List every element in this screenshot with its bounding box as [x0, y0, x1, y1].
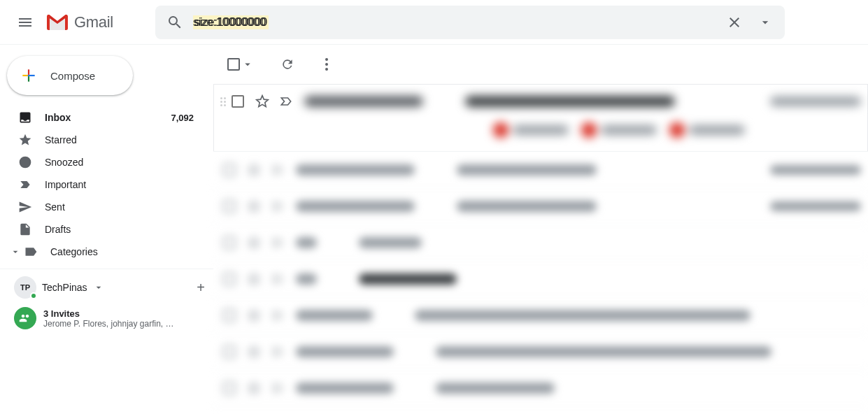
nav-label: Sent	[45, 201, 194, 213]
clear-search-button[interactable]	[720, 8, 748, 36]
nav-label: Inbox	[45, 112, 171, 123]
star-icon	[18, 133, 32, 147]
gmail-logo[interactable]: Gmail	[45, 13, 113, 32]
mail-row[interactable]	[213, 261, 868, 297]
compose-label: Compose	[50, 70, 95, 82]
search-button[interactable]	[161, 8, 189, 36]
more-actions-button[interactable]	[313, 50, 341, 78]
invite-subtitle: Jerome P. Flores, johnjay garfin, …	[43, 319, 174, 329]
close-icon	[726, 14, 743, 31]
sidebar: Compose Inbox 7,092 Starred Snoozed Impo…	[0, 45, 213, 414]
sidebar-item-important[interactable]: Important	[0, 173, 202, 196]
mail-row[interactable]	[213, 370, 868, 406]
search-icon	[166, 14, 183, 31]
subject-redacted	[465, 96, 675, 107]
invite-title: 3 Invites	[43, 308, 174, 319]
search-input[interactable]	[189, 16, 720, 29]
mail-row[interactable]	[213, 334, 868, 370]
attachment-chip[interactable]	[493, 122, 569, 138]
caret-down-icon[interactable]	[93, 282, 104, 293]
mail-panel	[213, 45, 868, 414]
mail-row[interactable]	[213, 85, 868, 152]
sent-icon	[18, 200, 32, 214]
mail-row[interactable]	[213, 224, 868, 261]
caret-down-icon[interactable]	[241, 58, 254, 71]
label-icon	[24, 245, 38, 259]
app-header: Gmail size:10000000	[0, 0, 868, 45]
sender-redacted	[304, 96, 423, 107]
new-conversation-button[interactable]: +	[197, 280, 205, 296]
sidebar-item-sent[interactable]: Sent	[0, 196, 202, 218]
hangouts-panel: TP TechPinas + 3 Invites Jerome P. Flore…	[0, 269, 213, 329]
drafts-icon	[18, 222, 32, 236]
main-menu-button[interactable]	[8, 6, 42, 39]
mail-row[interactable]	[213, 297, 868, 334]
important-marker-icon[interactable]	[279, 94, 293, 108]
nav-label: Snoozed	[45, 157, 194, 168]
attachment-chip[interactable]	[669, 122, 745, 138]
avatar: TP	[14, 276, 36, 299]
search-options-button[interactable]	[751, 8, 779, 36]
sidebar-item-drafts[interactable]: Drafts	[0, 218, 202, 241]
compose-button[interactable]: Compose	[7, 56, 133, 95]
expand-caret[interactable]	[7, 246, 24, 257]
drag-handle-icon[interactable]	[219, 97, 227, 106]
main-content: Compose Inbox 7,092 Starred Snoozed Impo…	[0, 45, 868, 414]
gmail-wordmark: Gmail	[74, 13, 113, 31]
hamburger-icon	[17, 14, 34, 31]
nav-list: Inbox 7,092 Starred Snoozed Important Se…	[0, 106, 213, 263]
refresh-button[interactable]	[273, 50, 301, 78]
date-redacted	[770, 97, 861, 106]
nav-label: Starred	[45, 134, 194, 145]
mail-toolbar	[213, 45, 868, 84]
sidebar-item-categories[interactable]: Categories	[0, 241, 202, 263]
nav-label: Drafts	[45, 224, 194, 235]
gmail-envelope-icon	[45, 13, 70, 32]
mail-row[interactable]	[213, 188, 868, 224]
inbox-count: 7,092	[171, 113, 194, 123]
attachment-chip[interactable]	[581, 122, 657, 138]
svg-rect-0	[28, 75, 29, 76]
sidebar-item-snoozed[interactable]: Snoozed	[0, 151, 202, 173]
select-all-checkbox[interactable]	[227, 58, 240, 71]
search-bar: size:10000000	[155, 6, 785, 39]
hangouts-invite-row[interactable]: 3 Invites Jerome P. Flores, johnjay garf…	[14, 307, 205, 329]
refresh-icon	[280, 57, 294, 71]
sidebar-item-starred[interactable]: Starred	[0, 129, 202, 151]
nav-label: Important	[45, 179, 194, 190]
more-vertical-icon	[325, 58, 328, 71]
mail-row[interactable]	[213, 152, 868, 188]
star-icon[interactable]	[255, 94, 269, 108]
clock-icon	[18, 155, 32, 169]
caret-down-icon	[758, 15, 772, 29]
plus-icon	[20, 66, 38, 85]
hangouts-username: TechPinas	[42, 282, 87, 293]
row-checkbox[interactable]	[232, 95, 244, 108]
hangouts-user-row[interactable]: TP TechPinas +	[14, 276, 205, 299]
nav-label: Categories	[50, 246, 194, 257]
mail-list	[213, 84, 868, 406]
presence-dot-icon	[30, 292, 37, 299]
invite-icon	[14, 307, 36, 329]
important-icon	[18, 178, 32, 192]
sidebar-item-inbox[interactable]: Inbox 7,092	[0, 106, 202, 129]
select-all-control[interactable]	[227, 58, 254, 71]
inbox-icon	[18, 110, 32, 124]
